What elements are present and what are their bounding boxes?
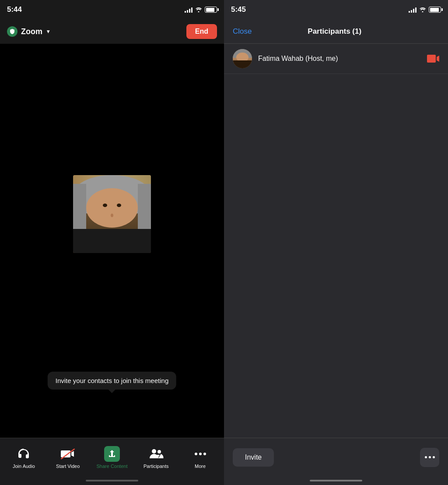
left-panel: 5:44 [0, 0, 224, 485]
share-content-label: Share Content [97, 464, 128, 469]
right-time: 5:45 [231, 5, 246, 14]
zoom-shield-icon [7, 26, 18, 37]
more-label: More [195, 464, 206, 469]
left-status-icons [185, 7, 217, 13]
right-status-icons [409, 7, 441, 13]
left-toolbar: Join Audio Start Video [0, 438, 224, 476]
join-audio-button[interactable]: Join Audio [6, 446, 41, 469]
right-panel: 5:45 Close Participants (1) [224, 0, 448, 485]
svg-point-5 [203, 453, 206, 455]
right-status-bar: 5:45 [224, 0, 448, 19]
end-button[interactable]: End [186, 24, 217, 39]
avatar [233, 49, 252, 68]
left-time: 5:44 [7, 5, 22, 14]
people-icon [148, 446, 164, 462]
right-wifi-icon [419, 7, 426, 12]
invite-button[interactable]: Invite [233, 448, 274, 467]
headphones-icon [16, 446, 32, 462]
participants-button[interactable]: Participants [139, 446, 174, 469]
right-toolbar: Invite [224, 438, 448, 476]
left-status-bar: 5:44 [0, 0, 224, 19]
participant-name: Fatima Wahab (Host, me) [258, 55, 421, 63]
svg-point-3 [195, 453, 197, 455]
participants-title: Participants (1) [308, 27, 361, 36]
meeting-view: Invite your contacts to join this meetin… [0, 44, 224, 438]
participant-row: Fatima Wahab (Host, me) [224, 44, 448, 74]
right-battery-icon [429, 7, 441, 13]
left-home-bar [0, 476, 224, 485]
zoom-brand: Zoom ▾ [7, 26, 49, 37]
video-slash-icon [60, 446, 76, 462]
more-button[interactable]: More [183, 446, 218, 469]
more-options-button[interactable] [420, 448, 439, 467]
participant-video-tile [73, 175, 151, 253]
svg-point-4 [199, 453, 202, 455]
wifi-icon [195, 7, 202, 12]
left-header: Zoom ▾ End [0, 19, 224, 44]
close-button[interactable]: Close [233, 27, 252, 36]
chevron-down-icon: ▾ [47, 28, 49, 35]
invite-tooltip: Invite your contacts to join this meetin… [48, 372, 176, 390]
join-audio-label: Join Audio [13, 464, 35, 469]
right-signal-icon [409, 7, 416, 13]
muted-video-icon [427, 54, 439, 63]
svg-point-1 [152, 449, 156, 453]
participants-label: Participants [144, 464, 168, 469]
more-dots-icon [192, 446, 208, 462]
svg-point-2 [158, 450, 161, 453]
signal-icon [185, 7, 192, 13]
right-home-bar [224, 476, 448, 485]
right-header: Close Participants (1) [224, 19, 448, 44]
invite-tooltip-text: Invite your contacts to join this meetin… [56, 377, 168, 384]
share-up-icon [104, 446, 120, 462]
start-video-button[interactable]: Start Video [50, 446, 85, 469]
participants-list: Fatima Wahab (Host, me) [224, 44, 448, 438]
battery-icon [205, 7, 217, 13]
start-video-label: Start Video [56, 464, 80, 469]
share-content-button[interactable]: Share Content [94, 446, 130, 469]
zoom-label: Zoom [21, 27, 42, 36]
